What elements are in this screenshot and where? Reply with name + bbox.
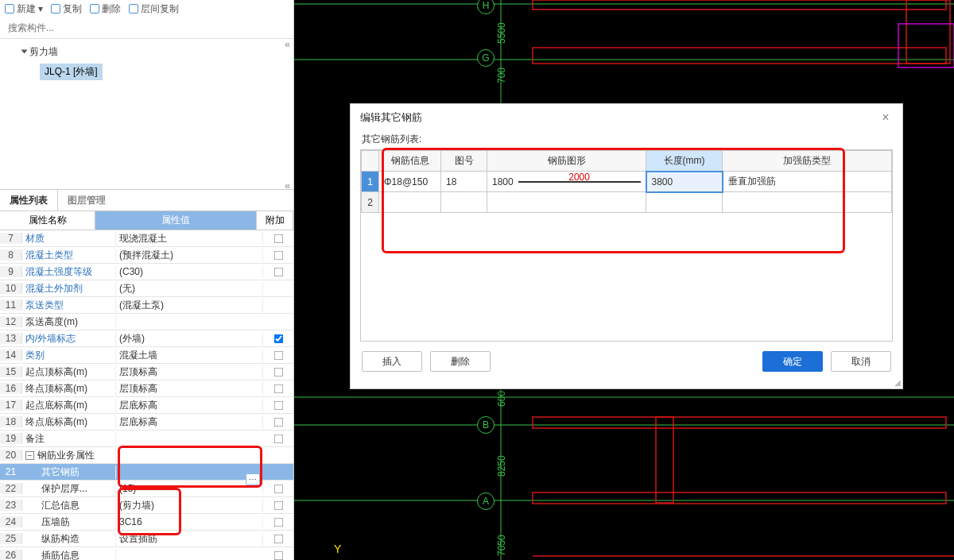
expand-tree-icon[interactable]: « [285,39,290,50]
prop-extra-check[interactable] [273,267,283,276]
prop-row-14[interactable]: 14类别混凝土墙 [0,347,293,364]
property-grid[interactable]: 7材质现浇混凝土8混凝土类型(预拌混凝土)9混凝土强度等级(C30)10混凝土外… [0,230,293,560]
new-button[interactable]: 新建 ▾ [5,2,43,16]
prop-extra-check[interactable] [273,334,283,343]
svg-rect-6 [533,0,946,10]
prop-extra-check[interactable] [273,417,283,427]
prop-row-9[interactable]: 9混凝土强度等级(C30) [0,264,293,280]
axis-dim-3: 8250 [496,455,507,477]
edit-rebar-dialog: 编辑其它钢筋 × 其它钢筋列表: 钢筋信息 图号 钢筋图形 长度(mm) 加强筋… [350,103,903,389]
svg-rect-11 [533,492,946,504]
col-prop-value: 属性值 [95,211,257,230]
rebar-table[interactable]: 钢筋信息 图号 钢筋图形 长度(mm) 加强筋类型 1 Φ18@150 18 1… [361,150,892,213]
axis-label-g: G [477,49,494,67]
axis-label-a: A [477,492,494,510]
tab-properties[interactable]: 属性列表 [0,190,58,210]
cancel-button[interactable]: 取消 [831,351,891,372]
prop-extra-check[interactable] [273,367,283,377]
prop-row-17[interactable]: 17起点底标高(m)层底标高 [0,397,293,414]
col-rebar-info[interactable]: 钢筋信息 [379,151,441,172]
row-1-shape[interactable]: 1800 2000 [487,172,646,192]
prop-extra-check[interactable] [273,234,283,243]
prop-extra-check[interactable] [273,400,283,410]
prop-extra-check[interactable] [273,550,283,560]
dialog-subtitle: 其它钢筋列表: [351,131,902,149]
prop-row-23[interactable]: 23汇总信息(剪力墙) [0,497,293,514]
delete-row-button[interactable]: 删除 [430,351,491,372]
prop-row-24[interactable]: 24压墙筋3C16 [0,514,293,531]
tree-root[interactable]: 剪力墙 [22,45,285,59]
prop-row-7[interactable]: 7材质现浇混凝土 [0,230,293,247]
resize-grip-icon[interactable]: ◢ [894,378,901,387]
row-1-num[interactable]: 1 [362,172,379,192]
prop-extra-check[interactable] [273,384,283,393]
layer-copy-button[interactable]: 层间复制 [129,2,179,16]
tab-layers[interactable]: 图层管理 [58,190,115,210]
col-rownum [362,151,379,172]
prop-row-8[interactable]: 8混凝土类型(预拌混凝土) [0,247,293,264]
prop-row-20[interactable]: 20−钢筋业务属性 [0,447,293,464]
insert-button[interactable]: 插入 [362,351,422,372]
col-prop-extra: 附加 [257,211,293,230]
prop-row-10[interactable]: 10混凝土外加剂(无) [0,280,293,297]
property-tabs: 属性列表 图层管理 [0,190,293,210]
shape-value-a: 1800 [492,176,514,187]
prop-row-16[interactable]: 16终点顶标高(m)层顶标高 [0,380,293,397]
search-input[interactable] [5,19,289,37]
row-1-info[interactable]: Φ18@150 [379,172,441,192]
expand-props-icon[interactable]: « [285,180,290,191]
prop-row-11[interactable]: 11泵送类型(混凝土泵) [0,297,293,314]
axis-dim-0: 5500 [496,22,507,44]
row-1-diagno[interactable]: 18 [441,172,487,192]
copy-button[interactable]: 复制 [51,2,82,16]
prop-row-15[interactable]: 15起点顶标高(m)层顶标高 [0,364,293,380]
axis-y-label: Y [334,543,341,555]
shape-value-b: 2000 [568,172,590,183]
row-2-num[interactable]: 2 [362,192,379,213]
prop-row-25[interactable]: 25纵筋构造设置插筋 [0,531,293,547]
svg-rect-12 [656,417,673,503]
row-1-type[interactable]: 垂直加强筋 [723,172,892,192]
col-rebar-shape[interactable]: 钢筋图形 [487,151,646,172]
axis-dim-4: 7050 [496,535,507,556]
prop-row-26[interactable]: 26插筋信息 [0,547,293,560]
prop-extra-check[interactable] [273,517,283,527]
dialog-close-icon[interactable]: × [878,110,893,125]
dialog-title: 编辑其它钢筋 [360,110,878,125]
row-1-length[interactable]: 3800 [646,172,723,192]
component-tree: « 剪力墙 JLQ-1 [外墙] [0,39,293,190]
tree-item-jlq1[interactable]: JLQ-1 [外墙] [40,64,103,80]
col-rebar-type[interactable]: 加强筋类型 [723,151,892,172]
col-length[interactable]: 长度(mm) [646,151,723,172]
svg-rect-7 [533,48,946,64]
component-toolbar: 新建 ▾ 复制 删除 层间复制 [0,0,293,17]
col-diagram-no[interactable]: 图号 [441,151,487,172]
svg-rect-10 [533,417,946,428]
prop-extra-check[interactable] [273,250,283,260]
ok-button[interactable]: 确定 [762,351,823,372]
axis-dim-1: 700 [496,68,507,83]
col-prop-name: 属性名称 [0,211,95,230]
axis-label-b: B [477,416,494,434]
table-row[interactable]: 1 Φ18@150 18 1800 2000 3800 垂直加强筋 [362,172,892,192]
prop-extra-check[interactable] [273,500,283,510]
axis-dim-2: 600 [496,391,507,407]
delete-button[interactable]: 删除 [90,2,121,16]
prop-extra-check[interactable] [273,350,283,360]
prop-extra-check[interactable] [273,534,283,543]
prop-row-13[interactable]: 13内/外墙标志(外墙) [0,330,293,347]
prop-extra-check[interactable] [273,484,283,493]
prop-row-22[interactable]: 22保护层厚...(15) [0,481,293,497]
left-panel: 新建 ▾ 复制 删除 层间复制 « 剪力墙 JLQ-1 [外墙] « 属性列表 … [0,0,294,560]
table-row[interactable]: 2 [362,192,892,213]
prop-row-19[interactable]: 19备注 [0,431,293,447]
prop-row-12[interactable]: 12泵送高度(m) [0,314,293,330]
prop-extra-check[interactable] [273,434,283,443]
prop-row-21[interactable]: 21其它钢筋⋯ [0,464,293,481]
prop-row-18[interactable]: 18终点底标高(m)层底标高 [0,414,293,431]
